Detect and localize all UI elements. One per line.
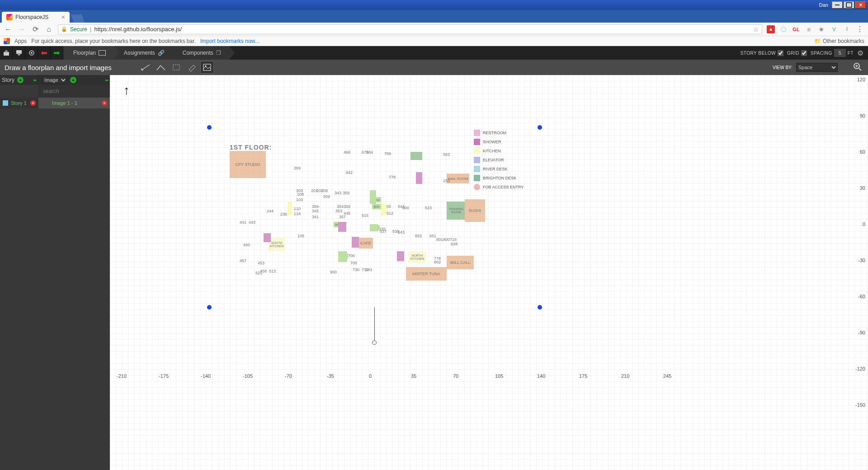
chrome-menu-button[interactable]: ⋮ [855, 25, 864, 34]
floorplan-image[interactable]: 1ST FLOOR: CPY STUDIO TRAINING ROOM SUSH… [225, 143, 596, 310]
window-maximize-button[interactable] [844, 1, 854, 9]
omnibox[interactable]: 🔒 Secure | https://nrel.github.io/floors… [58, 24, 762, 34]
room-number: 103 [295, 197, 304, 202]
grid-toggle[interactable]: GRID [787, 50, 807, 56]
erase-tool-button[interactable] [185, 61, 198, 74]
tab-close-icon[interactable]: × [61, 14, 65, 21]
room-number: 236 [279, 212, 288, 217]
expand-items-button[interactable]: ▸▸ [105, 78, 108, 82]
apps-label[interactable]: Apps [14, 38, 27, 44]
room-number: 209 [322, 194, 331, 199]
chrome-profile[interactable]: Dan [816, 2, 831, 8]
origin-marker[interactable] [372, 340, 377, 345]
window-close-button[interactable]: × [855, 1, 866, 9]
zoom-tool-button[interactable] [853, 62, 863, 73]
extension-icon[interactable]: ⇩ [843, 25, 851, 33]
spacing-input[interactable] [834, 49, 846, 57]
room-block: SUSHI [465, 199, 485, 222]
canvas[interactable]: ↑ 1ST FLOOR: CPY STUDIO TRAINING ROOM SU… [110, 75, 868, 470]
bookmark-star-icon[interactable]: ☆ [753, 26, 759, 33]
cast-icon[interactable]: ⎚ [805, 25, 813, 33]
image-list-item[interactable]: Image 1 - 1 × [38, 98, 110, 108]
cube-icon: ❒ [216, 50, 221, 56]
save-file-button[interactable] [13, 46, 25, 60]
spacing-control: SPACING FT [811, 49, 854, 57]
browser-tab-strip: FloorspaceJS × [0, 10, 868, 23]
x-axis-tick: 210 [621, 373, 629, 379]
other-bookmarks-button[interactable]: 📁 Other bookmarks [814, 38, 864, 44]
x-axis-tick: 0 [369, 373, 372, 379]
x-axis-tick: -35 [327, 373, 334, 379]
lock-icon: 🔒 [61, 26, 67, 32]
legend-row: BRIGHTON DESK [474, 174, 524, 183]
page-title: Draw a floorplan and import images [5, 64, 112, 71]
extension-icon[interactable]: ◉ [817, 25, 826, 33]
room-number: 842 [345, 170, 354, 175]
x-axis-tick: 245 [663, 373, 671, 379]
room-number: 643 [397, 230, 406, 235]
extension-icon[interactable]: GL [792, 25, 800, 33]
forward-button[interactable]: → [17, 25, 26, 34]
side-panel: Story + ▸▸ Image + ▸▸ Story 1 × [0, 75, 110, 470]
legend-row: KITCHEN [474, 146, 524, 155]
room-number: 457 [239, 258, 247, 263]
room-number: 583 [442, 152, 451, 157]
room-number: 600 [401, 205, 410, 211]
y-axis-tick: 60 [860, 149, 865, 155]
room-number: 358 [343, 204, 351, 209]
select-tool-button[interactable] [170, 61, 183, 74]
room-number: 512 [386, 211, 394, 216]
sidebar-type-select[interactable]: Image [42, 76, 67, 84]
add-item-button[interactable]: + [70, 77, 76, 83]
viewby-select[interactable]: Space [796, 63, 838, 72]
origin-line [374, 307, 375, 343]
undo-button[interactable]: ⬅ [38, 46, 51, 60]
extension-icon[interactable]: V [830, 25, 838, 33]
expand-stories-button[interactable]: ▸▸ [33, 78, 36, 82]
extension-icon[interactable]: ● [767, 25, 775, 33]
home-button[interactable]: ⌂ [44, 25, 53, 34]
app-toolbar: ⬅ ➡ Floorplan Assignments 🔗 Components ❒… [0, 46, 868, 60]
browser-tab[interactable]: FloorspaceJS × [2, 12, 70, 23]
y-axis-tick: 120 [857, 77, 865, 82]
room-block: TRAINING ROOM [447, 202, 466, 220]
open-file-button[interactable] [0, 46, 13, 60]
image-handle[interactable] [207, 305, 212, 310]
redo-button[interactable]: ➡ [51, 46, 63, 60]
secure-label: Secure [70, 26, 87, 33]
add-story-button[interactable]: + [17, 77, 24, 83]
image-handle[interactable] [538, 305, 542, 310]
delete-story-button[interactable]: × [30, 100, 36, 106]
apps-icon[interactable] [4, 38, 10, 44]
story-list-item[interactable]: Story 1 × [0, 98, 38, 108]
delete-image-button[interactable]: × [102, 100, 107, 106]
back-button[interactable]: ← [4, 25, 13, 34]
polygon-tool-button[interactable] [154, 61, 168, 74]
tab-components[interactable]: Components ❒ [173, 46, 229, 60]
image-handle[interactable] [538, 125, 542, 130]
room-number: 443 [248, 220, 256, 225]
new-tab-button[interactable] [71, 14, 85, 23]
window-minimize-button[interactable] [832, 1, 843, 9]
story-below-toggle[interactable]: STORY BELOW [741, 50, 783, 56]
search-input[interactable] [38, 85, 110, 98]
tab-assignments[interactable]: Assignments 🔗 [114, 46, 173, 60]
settings-map-button[interactable] [25, 46, 38, 60]
room-number: 537 [379, 229, 387, 234]
tab-floorplan[interactable]: Floorplan [63, 46, 114, 60]
x-axis-tick: 35 [411, 373, 416, 379]
gear-icon[interactable]: ⚙ [857, 49, 863, 57]
import-bookmarks-link[interactable]: Import bookmarks now... [200, 38, 259, 44]
rectangle-tool-button[interactable] [139, 61, 152, 74]
image-tool-button[interactable] [200, 61, 214, 74]
room-number: 359 [342, 190, 350, 196]
room-number: 105 [297, 233, 305, 239]
image-handle[interactable] [207, 125, 212, 130]
room-number: 521 [255, 270, 263, 276]
room-block: CPY STUDIO [230, 151, 266, 178]
bookmark-bar: Apps For quick access, place your bookma… [0, 36, 868, 46]
room-number: 343 [334, 190, 342, 196]
extension-icon[interactable]: ◯ [779, 25, 788, 33]
folder-icon: 📁 [814, 38, 821, 44]
reload-button[interactable]: ⟳ [31, 25, 40, 34]
